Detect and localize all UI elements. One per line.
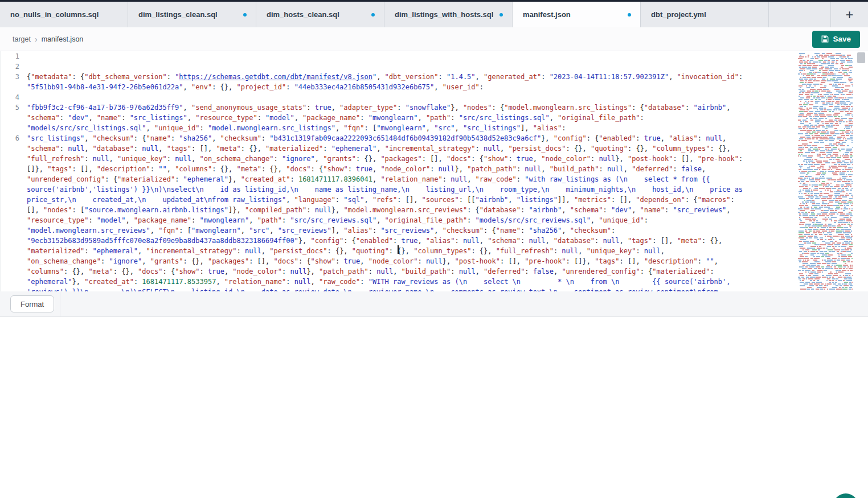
tab-dim_listings_with_hosts-sql[interactable]: dim_listings_with_hosts.sql <box>384 2 513 27</box>
minimap[interactable] <box>797 51 856 291</box>
format-bar: Format <box>0 291 868 317</box>
new-tab-button[interactable]: + <box>841 7 858 23</box>
save-icon <box>821 35 829 43</box>
results-panel <box>0 317 868 498</box>
line-number: 4 <box>1 92 27 102</box>
tab-strip: no_nulls_in_columns.sqldim_listings_clea… <box>0 2 769 27</box>
breadcrumb-segment[interactable]: manifest.json <box>42 35 84 43</box>
format-bar-divider <box>60 291 60 316</box>
tab-bar: no_nulls_in_columns.sqldim_listings_clea… <box>0 2 868 27</box>
code-editor[interactable]: 123{"metadata": {"dbt_schema_version": "… <box>0 51 868 291</box>
modified-dot-icon <box>499 13 503 17</box>
tab-dbt_project-yml[interactable]: dbt_project.yml <box>641 2 769 27</box>
tab-label: dim_listings_clean.sql <box>138 10 218 19</box>
line-text: "fbb9f3c2-cf96-4a17-b736-976a62d35ff9", … <box>27 102 746 133</box>
tab-dim_hosts_clean-sql[interactable]: dim_hosts_clean.sql <box>256 2 384 27</box>
scrollbar-track[interactable] <box>856 51 866 291</box>
line-text: "src_listings", "checksum": {"name": "sh… <box>27 133 746 291</box>
code-line[interactable]: 5"fbb9f3c2-cf96-4a17-b736-976a62d35ff9",… <box>1 102 797 133</box>
modified-dot-icon <box>371 13 375 17</box>
breadcrumb-segment[interactable]: target <box>13 35 31 43</box>
tab-label: no_nulls_in_columns.sql <box>10 10 99 19</box>
line-number: 1 <box>1 51 27 61</box>
code-line[interactable]: 6"src_listings", "checksum": {"name": "s… <box>1 133 797 291</box>
code-line[interactable]: 2 <box>1 61 797 72</box>
plus-icon: + <box>845 7 853 22</box>
modified-dot-icon <box>628 13 631 17</box>
save-button-label: Save <box>833 35 851 43</box>
line-number: 3 <box>1 72 27 82</box>
modified-dot-icon <box>243 13 247 17</box>
line-text <box>27 61 746 72</box>
breadcrumb: target›manifest.json <box>8 35 83 43</box>
tab-label: manifest.json <box>523 10 571 19</box>
breadcrumb-bar: target›manifest.json Save <box>0 27 868 51</box>
code-line[interactable]: 1 <box>1 51 797 61</box>
format-button[interactable]: Format <box>10 295 54 312</box>
new-tab-area: + <box>831 2 868 27</box>
scrollbar-thumb[interactable] <box>857 52 865 63</box>
code-content[interactable]: 123{"metadata": {"dbt_schema_version": "… <box>1 51 797 291</box>
tab-label: dim_listings_with_hosts.sql <box>395 10 493 19</box>
line-number: 6 <box>1 133 27 143</box>
tab-spacer <box>769 2 831 27</box>
line-text <box>27 92 746 102</box>
tab-manifest-json[interactable]: manifest.json <box>513 2 641 27</box>
code-line[interactable]: 3{"metadata": {"dbt_schema_version": "ht… <box>1 72 797 92</box>
code-line[interactable]: 4 <box>1 92 797 102</box>
line-number: 2 <box>1 61 27 72</box>
line-text <box>27 51 746 61</box>
save-button[interactable]: Save <box>812 31 860 48</box>
ide-window: no_nulls_in_columns.sqldim_listings_clea… <box>0 0 868 498</box>
tab-no_nulls_in_columns-sql[interactable]: no_nulls_in_columns.sql <box>0 2 128 27</box>
chevron-right-icon: › <box>35 35 38 43</box>
line-text: {"metadata": {"dbt_schema_version": "htt… <box>27 72 746 92</box>
line-number: 5 <box>1 102 27 113</box>
tab-label: dim_hosts_clean.sql <box>267 10 339 19</box>
help-fab-button[interactable] <box>833 493 858 498</box>
text-cursor <box>398 245 399 254</box>
tab-dim_listings_clean-sql[interactable]: dim_listings_clean.sql <box>128 2 256 27</box>
tab-label: dbt_project.yml <box>651 10 706 19</box>
